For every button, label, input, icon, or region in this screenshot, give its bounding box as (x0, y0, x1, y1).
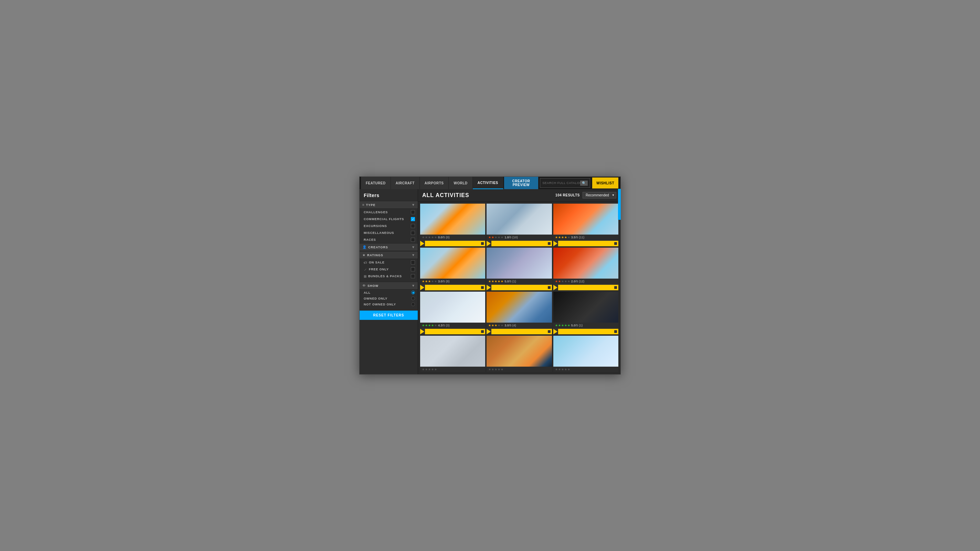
filter-miscellaneous[interactable]: MISCELLANEOUS (360, 229, 418, 236)
show-all-radio[interactable] (411, 291, 415, 294)
item-actions-4 (420, 285, 485, 290)
star-2-5: ★ (501, 236, 503, 239)
filter-ratings-header[interactable]: ★ RATINGS ▼ (360, 251, 418, 259)
action-arrow-3 (553, 241, 557, 246)
filter-free-only[interactable]: ⟋ FREE ONLY (360, 266, 418, 273)
grid-item-5[interactable]: ★ ★ ★ ★ ★ 5.0/5 (1) (487, 248, 552, 290)
star-9-1: ★ (555, 324, 558, 327)
star-5-1: ★ (488, 279, 491, 283)
show-not-owned-radio[interactable] (411, 302, 415, 306)
search-button[interactable]: 🔍 (580, 181, 588, 186)
star-8-5: ★ (501, 324, 503, 327)
on-sale-checkbox[interactable] (411, 260, 415, 265)
tab-featured[interactable]: FEATURED (361, 177, 391, 189)
tab-aircraft[interactable]: AIRCRAFT (391, 177, 420, 189)
rating-row-6: ★ ★ ★ ★ ★ 2.0/5 (12) (555, 279, 617, 283)
tab-activities[interactable]: ACTIVITIES (473, 177, 503, 189)
grid-item-12[interactable]: ★ ★ ★ ★ ★ (553, 336, 618, 372)
show-not-owned-label: NOT OWNED ONLY (364, 303, 411, 306)
star-1-3: ★ (428, 236, 431, 239)
tab-creator-preview[interactable]: CREATOR PREVIEW (504, 177, 539, 189)
grid-item-11[interactable]: ★ ★ ★ ★ ★ (487, 336, 552, 372)
tab-world[interactable]: WORLD (449, 177, 473, 189)
filter-races[interactable]: RACES (360, 236, 418, 243)
ratings-icon: ★ (362, 253, 366, 257)
excursions-label: EXCURSIONS (364, 224, 411, 228)
grid-item-1[interactable]: ★ ★ ★ ★ ★ 0.0/5 (0) (420, 203, 485, 246)
star-1-1: ★ (422, 236, 425, 239)
filter-bundles[interactable]: ⊞ BUNDLES & PACKS (360, 273, 418, 279)
star-3-5: ★ (568, 236, 570, 239)
grid-item-2[interactable]: ★ ★ ★ ★ ★ 1.8/5 (10) (487, 203, 552, 246)
grid-item-7[interactable]: ★ ★ ★ ★ ★ 4.3/5 (3) (420, 292, 485, 334)
activity-grid: ★ ★ ★ ★ ★ 0.0/5 (0) (420, 203, 618, 372)
thumb-7 (420, 292, 485, 322)
item-footer-8: ★ ★ ★ ★ ★ 3.0/5 (4) (487, 322, 552, 328)
filter-excursions[interactable]: EXCURSIONS (360, 222, 418, 229)
action-bar-icon-8 (548, 330, 550, 333)
show-owned[interactable]: OWNED ONLY (360, 295, 418, 301)
free-only-checkbox[interactable] (411, 267, 415, 272)
rating-row-11: ★ ★ ★ ★ ★ (488, 368, 550, 371)
rating-text-2: 1.8/5 (10) (504, 236, 518, 239)
star-2-2: ★ (492, 236, 494, 239)
action-bar-6 (558, 285, 618, 290)
item-actions-8 (487, 329, 552, 334)
stars-12: ★ ★ ★ ★ ★ (555, 368, 570, 371)
filter-on-sale[interactable]: 🏷 ON SALE (360, 259, 418, 266)
item-footer-5: ★ ★ ★ ★ ★ 5.0/5 (1) (487, 279, 552, 284)
filter-creators-header[interactable]: 👤 CREATORS ▼ (360, 243, 418, 251)
main-content: Filters ≡ TYPE ▼ CHALLENGES COMMERCIAL F… (360, 189, 620, 374)
tab-airports[interactable]: AIRPORTS (420, 177, 449, 189)
item-actions-7 (420, 329, 485, 334)
creators-chevron-icon: ▼ (412, 245, 415, 249)
action-bar-5 (492, 285, 552, 290)
excursions-checkbox[interactable] (411, 224, 415, 228)
filter-challenges[interactable]: CHALLENGES (360, 209, 418, 216)
show-owned-radio[interactable] (411, 297, 415, 300)
show-not-owned[interactable]: NOT OWNED ONLY (360, 301, 418, 307)
item-footer-1: ★ ★ ★ ★ ★ 0.0/5 (0) (420, 235, 485, 240)
reset-filters-button[interactable]: RESET FILTERS (360, 311, 418, 320)
misc-label: MISCELLANEOUS (364, 231, 411, 235)
bundles-checkbox[interactable] (411, 274, 415, 278)
grid-item-8[interactable]: ★ ★ ★ ★ ★ 3.0/5 (4) (487, 292, 552, 334)
rating-row-4: ★ ★ ★ ★ ★ 3.0/5 (8) (422, 279, 484, 283)
grid-item-3[interactable]: ★ ★ ★ ★ ★ 3.5/5 (11) (553, 203, 618, 246)
stars-7: ★ ★ ★ ★ ★ (422, 324, 437, 327)
misc-checkbox[interactable] (411, 231, 415, 235)
filter-show-header[interactable]: 👁 SHOW ▼ (360, 282, 418, 290)
stars-1: ★ ★ ★ ★ ★ (422, 236, 437, 239)
action-arrow-4 (420, 285, 424, 290)
star-7-5: ★ (434, 324, 437, 327)
filter-type-header[interactable]: ≡ TYPE ▼ (360, 201, 418, 209)
grid-container: ★ ★ ★ ★ ★ 0.0/5 (0) (418, 202, 620, 374)
free-only-icon: ⟋ (364, 268, 367, 272)
sort-dropdown[interactable]: Recommended Rating Name Price (582, 192, 616, 198)
action-arrow-8 (487, 329, 491, 334)
star-2-3: ★ (495, 236, 497, 239)
grid-item-10[interactable]: ★ ★ ★ ★ ★ (420, 336, 485, 372)
grid-item-9[interactable]: ★ ★ ★ ★ ★ 5.0/5 (1) (553, 292, 618, 334)
stars-5: ★ ★ ★ ★ ★ (488, 279, 503, 283)
rating-text-5: 5.0/5 (1) (504, 279, 516, 283)
star-11-5: ★ (501, 368, 503, 371)
accent-bar (618, 189, 621, 220)
results-count: 104 RESULTS (555, 193, 580, 197)
star-7-1: ★ (422, 324, 425, 327)
filter-commercial-flights[interactable]: COMMERCIAL FLIGHTS (360, 216, 418, 222)
commercial-checkbox[interactable] (411, 217, 415, 221)
grid-item-4[interactable]: ★ ★ ★ ★ ★ 3.0/5 (8) (420, 248, 485, 290)
show-all[interactable]: ALL (360, 290, 418, 295)
star-2-1: ★ (488, 236, 491, 239)
races-checkbox[interactable] (411, 238, 415, 242)
star-1-5: ★ (434, 236, 437, 239)
challenges-checkbox[interactable] (411, 210, 415, 214)
grid-item-6[interactable]: ★ ★ ★ ★ ★ 2.0/5 (12) (553, 248, 618, 290)
rating-text-6: 2.0/5 (12) (571, 279, 585, 283)
rating-row-10: ★ ★ ★ ★ ★ (422, 368, 484, 371)
search-input[interactable] (542, 181, 580, 185)
action-bar-1 (425, 241, 485, 246)
on-sale-icon: 🏷 (364, 261, 367, 265)
wishlist-button[interactable]: WISHLIST (592, 178, 618, 189)
